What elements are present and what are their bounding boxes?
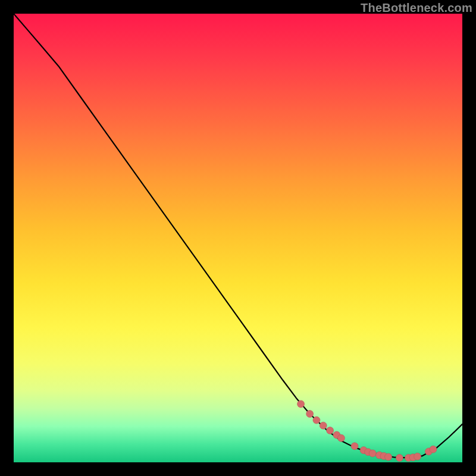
data-marker bbox=[327, 427, 334, 434]
data-marker bbox=[425, 448, 432, 455]
data-marker bbox=[409, 454, 416, 461]
chart-plot-area bbox=[14, 14, 462, 462]
data-marker bbox=[405, 454, 412, 461]
chart-frame: TheBottleneck.com bbox=[0, 0, 476, 476]
watermark-text: TheBottleneck.com bbox=[361, 1, 472, 15]
data-marker bbox=[320, 422, 327, 429]
data-marker bbox=[414, 453, 421, 460]
data-marker bbox=[430, 446, 437, 453]
data-marker bbox=[365, 449, 372, 456]
data-marker bbox=[369, 450, 376, 457]
data-marker bbox=[396, 454, 403, 461]
data-marker bbox=[385, 453, 392, 461]
data-marker bbox=[313, 416, 320, 424]
data-marker bbox=[351, 443, 358, 450]
data-marker bbox=[376, 452, 383, 459]
chart-svg bbox=[14, 14, 462, 462]
marker-group bbox=[298, 400, 437, 461]
data-marker bbox=[337, 434, 345, 441]
curve-path bbox=[14, 14, 462, 458]
data-marker bbox=[298, 400, 305, 408]
data-marker bbox=[333, 431, 340, 439]
data-marker bbox=[360, 447, 367, 454]
data-marker bbox=[306, 411, 314, 418]
data-marker bbox=[380, 452, 387, 459]
